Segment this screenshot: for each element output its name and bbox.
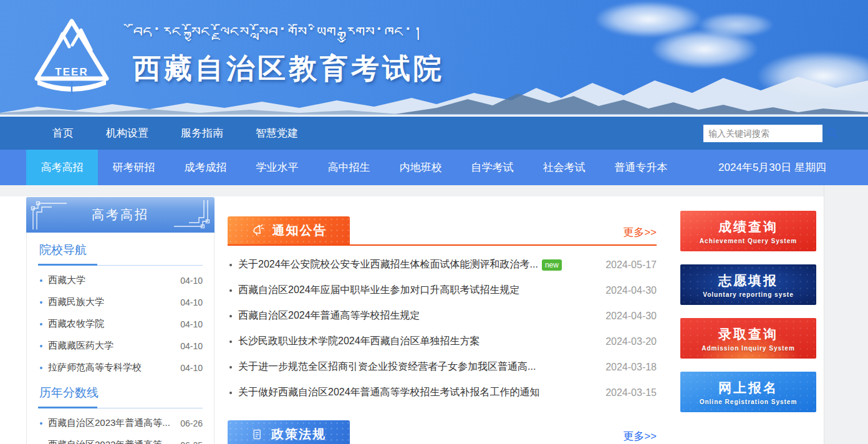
- policy-more-link[interactable]: 更多>>: [623, 429, 657, 443]
- notice-item-date: 2024-04-30: [605, 285, 657, 296]
- sidebar-section: 院校导航 西藏大学04-10西藏民族大学04-10西藏农牧学院04-10西藏藏医…: [38, 242, 203, 379]
- banner-button[interactable]: 志愿填报 Voluntary reporting syste: [680, 264, 816, 305]
- sidebar-item-title: 西藏大学: [48, 274, 175, 286]
- category-tab-label: 普通专升本: [615, 162, 668, 173]
- notices-tab-label: 通知公告: [272, 222, 327, 239]
- sidebar-section-list: 西藏大学04-10西藏民族大学04-10西藏农牧学院04-10西藏藏医药大学04…: [38, 269, 203, 379]
- primary-nav-item[interactable]: 服务指南: [181, 126, 223, 140]
- sidebar-title: 高考高招: [92, 206, 149, 223]
- bullet-dot: [229, 315, 232, 317]
- sidebar-list-item[interactable]: 西藏大学04-10: [38, 269, 203, 291]
- notice-item-title: 关于2024年公安院校公安专业西藏招生体检面试体能测评和政治考...: [238, 258, 538, 271]
- category-nav: 高考高招 研考研招 成考成招 学业水平 高中招生 内地班校 自学考试 社会考试 …: [0, 150, 868, 185]
- category-tab[interactable]: 社会考试: [528, 150, 600, 185]
- section-underline: [38, 407, 203, 408]
- notice-item[interactable]: 关于进一步规范全区招商引资企业投资经营者子女参加我区普通高... 2024-03…: [228, 354, 657, 380]
- bullet-dot: [40, 301, 42, 304]
- notice-item[interactable]: 长沙民政职业技术学院2024年西藏自治区单独招生方案 2024-03-20: [228, 329, 657, 354]
- sidebar-list-item[interactable]: 西藏农牧学院04-10: [38, 313, 203, 335]
- sidebar-section-title: 历年分数线: [38, 385, 203, 401]
- notice-item-title: 西藏自治区2024年普通高等学校招生规定: [238, 309, 420, 322]
- main-column: 通知公告 更多>> 关于2024年公安院校公安专业西藏招生体检面试体能测评和政治…: [228, 185, 657, 444]
- notices-more-link[interactable]: 更多>>: [623, 225, 657, 239]
- megaphone-icon: [251, 223, 265, 238]
- primary-nav-item-label: 智慧党建: [256, 127, 298, 139]
- notice-item-title: 长沙民政职业技术学院2024年西藏自治区单独招生方案: [238, 335, 480, 348]
- bullet-dot: [229, 340, 232, 343]
- sidebar: 高考高招 院校导航 西藏大学04-10西藏民族大学04-10西藏农牧学院04-1…: [26, 197, 215, 444]
- primary-nav-item[interactable]: 机构设置: [106, 126, 148, 140]
- sidebar-item-date: 04-10: [180, 363, 203, 373]
- sidebar-item-date: 04-10: [180, 341, 203, 351]
- site-header: TEER བོད་རང་སྐྱོང་ལྗོངས་སློབ་གསོ་ཡིག་རྒྱ…: [0, 0, 868, 115]
- sidebar-item-title: 西藏自治区2022年普通高等...: [48, 439, 175, 444]
- sidebar-list-item[interactable]: 西藏自治区2023年普通高等...06-26: [38, 412, 203, 434]
- primary-nav-item-label: 首页: [52, 127, 74, 139]
- current-date: 2024年5月30日 星期四: [718, 150, 826, 185]
- banner-button[interactable]: 成绩查询 Achievement Query System: [680, 211, 816, 251]
- category-tab[interactable]: 成考成招: [170, 150, 241, 185]
- category-tab-label: 研考研招: [113, 162, 155, 173]
- notices-tab[interactable]: 通知公告: [228, 216, 350, 244]
- category-tab[interactable]: 自学考试: [456, 150, 528, 185]
- sidebar-section-title: 院校导航: [38, 242, 203, 258]
- sidebar-item-date: 04-10: [180, 319, 203, 329]
- primary-nav-item-label: 机构设置: [106, 127, 148, 139]
- sidebar-item-title: 西藏藏医药大学: [48, 340, 175, 352]
- notice-item-date: 2024-03-20: [605, 336, 657, 347]
- search-box: [703, 125, 822, 142]
- sidebar-item-date: 04-10: [180, 276, 203, 286]
- section-underline: [38, 264, 203, 266]
- policy-tab[interactable]: 政策法规: [228, 420, 350, 444]
- notice-item-date: 2024-05-17: [605, 259, 657, 271]
- quick-link-banners: 成绩查询 Achievement Query System 志愿填报 Volun…: [680, 211, 816, 425]
- primary-nav: 首页 机构设置 服务指南 智慧党建: [0, 117, 868, 150]
- sidebar-list-item[interactable]: 拉萨师范高等专科学校04-10: [38, 357, 203, 379]
- banner-subtitle: Achievement Query System: [700, 238, 797, 244]
- bullet-dot: [40, 422, 42, 425]
- notice-item-title: 关于做好西藏自治区2024年普通高等学校招生考试补报名工作的通知: [238, 386, 540, 399]
- notice-item[interactable]: 西藏自治区2024年应届中职毕业生参加对口升高职考试招生规定 2024-04-3…: [228, 278, 657, 303]
- policy-section-header: 政策法规 更多>>: [228, 419, 657, 444]
- primary-nav-item[interactable]: 首页: [52, 126, 74, 140]
- bullet-dot: [229, 392, 232, 394]
- category-tab-label: 成考成招: [185, 162, 227, 173]
- bullet-dot: [40, 279, 42, 282]
- sidebar-section-list: 西藏自治区2023年普通高等...06-26西藏自治区2022年普通高等...0…: [38, 412, 203, 444]
- new-badge: new: [542, 259, 562, 271]
- site-titles: བོད་རང་སྐྱོང་ལྗོངས་སློབ་གསོ་ཡིག་རྒྱུགས་ཁ…: [133, 24, 445, 87]
- banner-title: 志愿填报: [718, 272, 778, 289]
- primary-nav-item[interactable]: 智慧党建: [256, 126, 298, 140]
- notice-item-date: 2024-03-15: [605, 387, 657, 398]
- bullet-dot: [40, 323, 42, 326]
- site-logo[interactable]: TEER: [28, 17, 115, 97]
- notice-item[interactable]: 关于做好西藏自治区2024年普通高等学校招生考试补报名工作的通知 2024-03…: [228, 380, 657, 405]
- page: TEER བོད་རང་སྐྱོང་ལྗོངས་སློབ་གསོ་ཡིག་རྒྱ…: [0, 0, 868, 444]
- category-tab-label: 高中招生: [328, 162, 370, 173]
- banner-button[interactable]: 录取查询 Admission Inquiry System: [680, 318, 816, 359]
- category-tab[interactable]: 高中招生: [313, 150, 385, 185]
- notice-item[interactable]: 关于2024年公安院校公安专业西藏招生体检面试体能测评和政治考... new 2…: [228, 252, 657, 278]
- corner-ornament-icon: [171, 200, 210, 229]
- category-tab-label: 高考高招: [41, 162, 84, 173]
- category-tab[interactable]: 普通专升本: [600, 150, 682, 185]
- category-tab[interactable]: 研考研招: [98, 150, 170, 185]
- search-button[interactable]: [826, 125, 839, 142]
- notices-section-header: 通知公告 更多>>: [228, 216, 657, 246]
- bullet-dot: [40, 367, 42, 369]
- sidebar-list-item[interactable]: 西藏藏医药大学04-10: [38, 335, 203, 357]
- search-input[interactable]: [703, 126, 826, 141]
- sidebar-list-item[interactable]: 西藏自治区2022年普通高等...06-25: [38, 434, 203, 444]
- notice-item[interactable]: 西藏自治区2024年普通高等学校招生规定 2024-04-30: [228, 303, 657, 329]
- notice-item-title: 关于进一步规范全区招商引资企业投资经营者子女参加我区普通高...: [238, 360, 536, 374]
- banner-subtitle: Voluntary reporting syste: [703, 291, 793, 298]
- banner-button[interactable]: 网上报名 Online Registration System: [680, 372, 816, 412]
- category-tab-label: 内地班校: [400, 162, 442, 173]
- category-tab[interactable]: 高考高招: [26, 150, 98, 185]
- category-tab[interactable]: 学业水平: [241, 150, 313, 185]
- content-area: 高考高招 院校导航 西藏大学04-10西藏民族大学04-10西藏农牧学院04-1…: [0, 185, 868, 444]
- sidebar-list-item[interactable]: 西藏民族大学04-10: [38, 291, 203, 313]
- banner-subtitle: Admission Inquiry System: [702, 345, 795, 352]
- notice-item-title: 西藏自治区2024年应届中职毕业生参加对口升高职考试招生规定: [238, 284, 520, 297]
- category-tab[interactable]: 内地班校: [385, 150, 456, 185]
